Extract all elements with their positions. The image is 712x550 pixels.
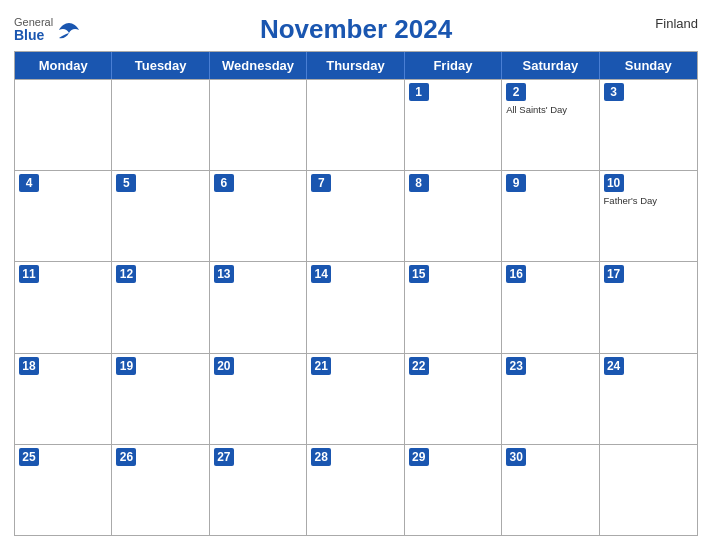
calendar-cell: 29 xyxy=(405,445,502,535)
page-title: November 2024 xyxy=(260,14,452,45)
day-header-monday: Monday xyxy=(15,52,112,79)
calendar-cell: 18 xyxy=(15,354,112,444)
calendar-cell: 11 xyxy=(15,262,112,352)
calendar-cell xyxy=(307,80,404,170)
date-number: 14 xyxy=(311,265,331,283)
calendar-cell: 30 xyxy=(502,445,599,535)
date-number: 21 xyxy=(311,357,331,375)
calendar-cell: 10Father's Day xyxy=(600,171,697,261)
logo: General Blue xyxy=(14,17,83,42)
date-number: 7 xyxy=(311,174,331,192)
date-number: 9 xyxy=(506,174,526,192)
calendar-cell: 1 xyxy=(405,80,502,170)
calendar-cell: 7 xyxy=(307,171,404,261)
date-number: 18 xyxy=(19,357,39,375)
calendar-body: 12All Saints' Day345678910Father's Day11… xyxy=(15,79,697,535)
date-number: 5 xyxy=(116,174,136,192)
calendar-cell: 14 xyxy=(307,262,404,352)
logo-bird-icon xyxy=(55,21,83,39)
calendar-cell: 21 xyxy=(307,354,404,444)
date-number: 24 xyxy=(604,357,624,375)
calendar-cell: 15 xyxy=(405,262,502,352)
country-label: Finland xyxy=(655,16,698,31)
calendar-cell: 20 xyxy=(210,354,307,444)
date-number: 30 xyxy=(506,448,526,466)
calendar-cell: 12 xyxy=(112,262,209,352)
calendar-cell: 27 xyxy=(210,445,307,535)
calendar-cell: 16 xyxy=(502,262,599,352)
date-number: 27 xyxy=(214,448,234,466)
calendar-cell: 17 xyxy=(600,262,697,352)
calendar-week-5: 252627282930 xyxy=(15,444,697,535)
date-number: 1 xyxy=(409,83,429,101)
day-header-friday: Friday xyxy=(405,52,502,79)
calendar: MondayTuesdayWednesdayThursdayFridaySatu… xyxy=(14,51,698,536)
date-number: 2 xyxy=(506,83,526,101)
date-number: 13 xyxy=(214,265,234,283)
day-header-tuesday: Tuesday xyxy=(112,52,209,79)
calendar-cell: 5 xyxy=(112,171,209,261)
date-number: 20 xyxy=(214,357,234,375)
date-number: 12 xyxy=(116,265,136,283)
date-number: 25 xyxy=(19,448,39,466)
logo-blue-text: Blue xyxy=(14,28,53,42)
calendar-cell: 2All Saints' Day xyxy=(502,80,599,170)
holiday-label: All Saints' Day xyxy=(506,104,594,115)
calendar-cell: 23 xyxy=(502,354,599,444)
day-header-wednesday: Wednesday xyxy=(210,52,307,79)
calendar-cell: 4 xyxy=(15,171,112,261)
date-number: 26 xyxy=(116,448,136,466)
date-number: 10 xyxy=(604,174,624,192)
date-number: 6 xyxy=(214,174,234,192)
calendar-cell: 19 xyxy=(112,354,209,444)
calendar-week-3: 11121314151617 xyxy=(15,261,697,352)
calendar-cell: 6 xyxy=(210,171,307,261)
date-number: 29 xyxy=(409,448,429,466)
calendar-cell: 26 xyxy=(112,445,209,535)
holiday-label: Father's Day xyxy=(604,195,693,206)
date-number: 23 xyxy=(506,357,526,375)
calendar-header: General Blue November 2024 Finland xyxy=(14,10,698,45)
calendar-header-row: MondayTuesdayWednesdayThursdayFridaySatu… xyxy=(15,52,697,79)
date-number: 28 xyxy=(311,448,331,466)
calendar-cell: 9 xyxy=(502,171,599,261)
calendar-cell xyxy=(15,80,112,170)
date-number: 4 xyxy=(19,174,39,192)
calendar-week-2: 45678910Father's Day xyxy=(15,170,697,261)
calendar-cell: 3 xyxy=(600,80,697,170)
date-number: 19 xyxy=(116,357,136,375)
day-header-sunday: Sunday xyxy=(600,52,697,79)
calendar-cell: 22 xyxy=(405,354,502,444)
day-header-thursday: Thursday xyxy=(307,52,404,79)
date-number: 11 xyxy=(19,265,39,283)
date-number: 22 xyxy=(409,357,429,375)
calendar-cell: 28 xyxy=(307,445,404,535)
calendar-cell xyxy=(600,445,697,535)
calendar-cell: 8 xyxy=(405,171,502,261)
date-number: 15 xyxy=(409,265,429,283)
calendar-week-4: 18192021222324 xyxy=(15,353,697,444)
date-number: 16 xyxy=(506,265,526,283)
date-number: 8 xyxy=(409,174,429,192)
date-number: 17 xyxy=(604,265,624,283)
calendar-cell: 13 xyxy=(210,262,307,352)
calendar-week-1: 12All Saints' Day3 xyxy=(15,79,697,170)
calendar-cell xyxy=(210,80,307,170)
date-number: 3 xyxy=(604,83,624,101)
calendar-cell: 24 xyxy=(600,354,697,444)
calendar-cell: 25 xyxy=(15,445,112,535)
day-header-saturday: Saturday xyxy=(502,52,599,79)
calendar-cell xyxy=(112,80,209,170)
